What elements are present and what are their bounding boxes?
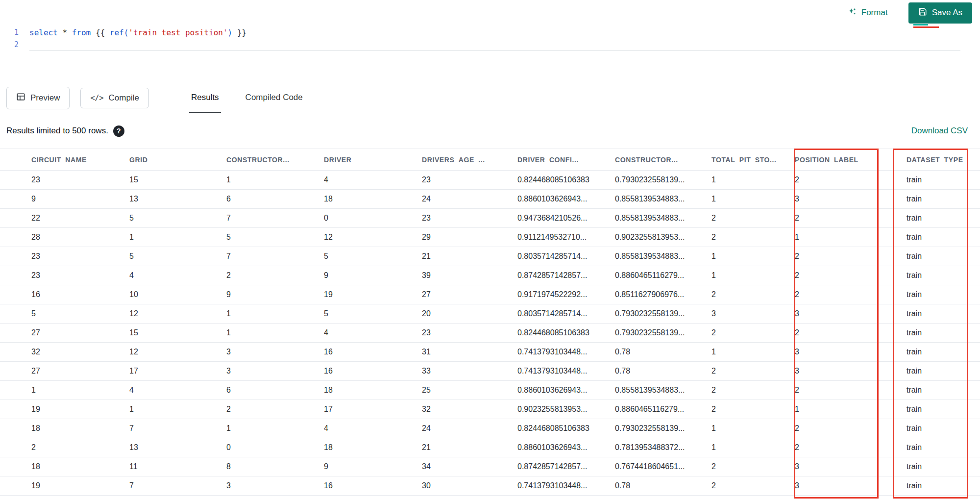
table-cell: 29: [422, 228, 517, 247]
table-cell: 2: [795, 285, 892, 304]
tab-results[interactable]: Results: [189, 83, 221, 113]
table-cell: 33: [422, 362, 517, 381]
table-cell: 5: [129, 247, 226, 266]
download-csv-link[interactable]: Download CSV: [911, 126, 968, 136]
compile-button[interactable]: </> Compile: [80, 88, 148, 108]
table-cell: 0.9023255813953...: [615, 228, 711, 247]
table-cell: 1: [711, 190, 795, 209]
column-header: GRID: [129, 149, 226, 171]
table-cell: train: [892, 343, 980, 362]
table-row: 14618250.8860103626943...0.8558139534883…: [0, 381, 980, 400]
table-cell: 39: [422, 266, 517, 285]
line-number: 2: [0, 39, 29, 51]
table-cell: 0.9171974522292...: [517, 285, 615, 304]
help-icon[interactable]: ?: [113, 125, 124, 137]
table-cell: 0.7413793103448...: [517, 476, 615, 496]
table-cell: 27: [0, 362, 129, 381]
table-cell: 0.824468085106383: [517, 324, 615, 343]
table-cell: 20: [422, 304, 517, 324]
table-cell: 3: [226, 343, 324, 362]
result-tabs: Results Compiled Code: [189, 83, 305, 113]
tab-compiled-code[interactable]: Compiled Code: [244, 83, 305, 113]
table-cell: 12: [129, 343, 226, 362]
table-cell: 2: [795, 209, 892, 228]
code-text: [29, 39, 960, 51]
table-cell: 3: [711, 304, 795, 324]
table-cell: 0.9112149532710...: [517, 228, 615, 247]
table-cell: 3: [795, 343, 892, 362]
table-cell: 4: [324, 324, 422, 343]
table-cell: train: [892, 304, 980, 324]
table-cell: 1: [711, 343, 795, 362]
table-cell: 12: [129, 304, 226, 324]
table-cell: 13: [129, 438, 226, 457]
format-label: Format: [861, 8, 888, 18]
table-cell: 0.8860103626943...: [517, 381, 615, 400]
table-cell: 2: [795, 171, 892, 190]
table-cell: 1: [226, 171, 324, 190]
table-cell: 17: [129, 362, 226, 381]
table-cell: 8: [226, 457, 324, 476]
table-cell: 23: [422, 171, 517, 190]
preview-button[interactable]: Preview: [6, 87, 70, 109]
table-cell: train: [892, 438, 980, 457]
table-cell: 23: [0, 266, 129, 285]
table-cell: 3: [795, 304, 892, 324]
table-cell: 2: [711, 228, 795, 247]
table-header-row: CIRCUIT_NAMEGRIDCONSTRUCTOR...DRIVERDRIV…: [0, 149, 980, 171]
table-cell: 27: [422, 285, 517, 304]
compile-label: Compile: [109, 93, 139, 103]
table-cell: 24: [422, 419, 517, 438]
table-cell: 0.78: [615, 343, 711, 362]
table-cell: train: [892, 419, 980, 438]
table-cell: 2: [711, 324, 795, 343]
table-cell: 0.8558139534883...: [615, 381, 711, 400]
table-cell: 1: [226, 304, 324, 324]
table-cell: 5: [226, 228, 324, 247]
table-cell: 0.7413793103448...: [517, 362, 615, 381]
format-button[interactable]: Format: [847, 7, 888, 19]
table-cell: 16: [0, 285, 129, 304]
table-cell: 0.8860103626943...: [517, 190, 615, 209]
table-cell: 18: [324, 190, 422, 209]
table-cell: 0.8035714285714...: [517, 304, 615, 324]
code-line[interactable]: 1select * from {{ ref('train_test_positi…: [0, 26, 980, 39]
table-cell: 0.8558139534883...: [615, 209, 711, 228]
table-row: 3212316310.7413793103448...0.7813train: [0, 343, 980, 362]
sql-editor[interactable]: 1select * from {{ ref('train_test_positi…: [0, 25, 980, 83]
table-cell: 7: [226, 209, 324, 228]
table-cell: 2: [711, 285, 795, 304]
table-cell: 5: [129, 209, 226, 228]
table-cell: 6: [226, 381, 324, 400]
table-cell: 23: [422, 324, 517, 343]
table-cell: 9: [324, 266, 422, 285]
table-cell: 24: [422, 190, 517, 209]
table-row: 18714240.8244680851063830.7930232558139.…: [0, 419, 980, 438]
code-line[interactable]: 2: [0, 39, 980, 51]
minimap-token-red: [913, 26, 939, 28]
save-as-button[interactable]: Save As: [908, 2, 972, 24]
table-cell: 3: [226, 476, 324, 496]
table-cell: 18: [0, 419, 129, 438]
table-cell: 5: [324, 247, 422, 266]
table-row: 23575210.8035714285714...0.8558139534883…: [0, 247, 980, 266]
table-cell: 12: [324, 228, 422, 247]
table-cell: 9: [226, 285, 324, 304]
table-cell: 2: [711, 362, 795, 381]
table-cell: 16: [324, 362, 422, 381]
column-header: DATASET_TYPE: [892, 149, 980, 171]
table-cell: 5: [0, 304, 129, 324]
table-cell: 23: [0, 247, 129, 266]
table-row: 231514230.8244680851063830.7930232558139…: [0, 171, 980, 190]
table-cell: 1: [795, 228, 892, 247]
table-grid-icon: [16, 92, 25, 104]
column-header: POSITION_LABEL: [795, 149, 892, 171]
table-cell: 19: [324, 285, 422, 304]
table-cell: 2: [711, 400, 795, 419]
table-row: 22570230.9473684210526...0.8558139534883…: [0, 209, 980, 228]
table-row: 2717316330.7413793103448...0.7823train: [0, 362, 980, 381]
table-cell: 0.8742857142857...: [517, 457, 615, 476]
table-cell: 0: [226, 438, 324, 457]
table-cell: 31: [422, 343, 517, 362]
line-number: 1: [0, 26, 29, 39]
